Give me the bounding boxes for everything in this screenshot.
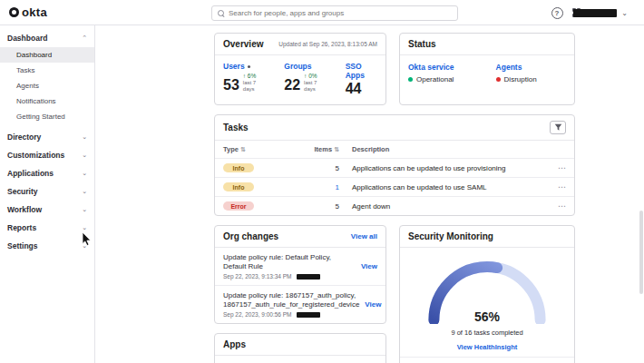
table-row: Error 5 Agent down ⋯ [215, 196, 574, 215]
sidebar-item-workflow[interactable]: Workflow ⌄ [0, 201, 94, 219]
task-description: Agent down [352, 202, 551, 211]
org-change-timestamp: Sep 22, 2023, 9:00:56 PM [223, 311, 292, 318]
sidebar-subitem-dashboard[interactable]: Dashboard [0, 47, 94, 63]
stat-sso-apps: SSO Apps 44 [346, 62, 377, 96]
main-content: Overview Updated at Sep 26, 2023, 8:13:0… [214, 25, 575, 363]
status-title: Status [408, 39, 436, 49]
gauge-subtext: 9 of 16 tasks completed [408, 329, 566, 337]
sidebar-item-security[interactable]: Security ⌄ [0, 182, 94, 201]
apps-card: Apps App authentication protocols Update… [214, 333, 386, 363]
sidebar-item-directory[interactable]: Directory ⌄ [0, 128, 94, 146]
status-badge: Error [223, 201, 254, 211]
sidebar-item-customizations[interactable]: Customizations ⌄ [0, 146, 94, 164]
chevron-down-icon: ⌄ [621, 9, 628, 17]
view-link[interactable]: View [365, 300, 381, 309]
stat-groups: Groups 22 ↑ 0% last 7 days [284, 62, 323, 96]
org-changes-card: Org changes View all Update policy rule:… [214, 225, 386, 324]
org-change-text: Update policy rule: Default Policy, Defa… [223, 253, 356, 271]
sidebar-subitem-tasks[interactable]: Tasks [0, 63, 94, 78]
tasks-card: Tasks Type⇅ Items⇅ Description Info 5 Ap… [214, 114, 575, 216]
stat-users-period: last 7 days [243, 80, 263, 93]
status-agents-state: Disruption [504, 75, 537, 83]
view-all-link[interactable]: View all [351, 232, 377, 240]
status-okta-service: Okta service Operational [408, 63, 454, 83]
row-menu-icon[interactable]: ⋯ [551, 182, 566, 191]
chevron-down-icon: ⌄ [82, 242, 87, 250]
tasks-title: Tasks [223, 123, 249, 132]
status-badge: Info [223, 182, 254, 191]
status-okta-service-link[interactable]: Okta service [408, 63, 454, 72]
chevron-down-icon: ⌄ [82, 133, 87, 141]
sidebar-item-reports[interactable]: Reports ⌄ [0, 219, 94, 237]
chevron-down-icon: ⌄ [82, 170, 87, 177]
stat-users-value: 53 [223, 78, 239, 93]
help-icon[interactable]: ? [551, 7, 563, 19]
col-type[interactable]: Type⇅ [223, 145, 310, 153]
overview-updated: Updated at Sep 26, 2023, 8:13:05 AM [278, 41, 377, 47]
status-okta-service-state: Operational [416, 75, 454, 83]
security-gauge: 56% [421, 255, 553, 328]
stat-sso-apps-value: 44 [346, 82, 362, 96]
info-icon [248, 65, 250, 68]
sidebar-subitem-agents[interactable]: Agents [0, 78, 94, 93]
healthinsight-link[interactable]: View HealthInsight [457, 343, 518, 351]
filter-icon [554, 123, 562, 132]
stat-groups-delta: ↑ 0% [304, 73, 324, 80]
overview-card: Overview Updated at Sep 26, 2023, 8:13:0… [214, 33, 386, 105]
top-bar: okta ? ⌄ [0, 0, 644, 25]
gauge-percent-label: 56% [421, 309, 553, 324]
filter-button[interactable] [550, 121, 566, 134]
sort-icon[interactable]: ⇅ [240, 146, 246, 152]
disruption-dot-icon [496, 77, 501, 82]
status-badge: Info [223, 163, 254, 172]
global-search[interactable] [211, 5, 458, 21]
overview-title: Overview [223, 39, 263, 49]
okta-logo-icon [9, 7, 19, 17]
stat-sso-apps-label[interactable]: SSO Apps [346, 62, 377, 80]
sidebar-subitem-notifications[interactable]: Notifications [0, 93, 94, 109]
col-items[interactable]: Items⇅ [310, 145, 352, 153]
operational-dot-icon [408, 77, 413, 82]
sidebar-item-applications[interactable]: Applications ⌄ [0, 164, 94, 182]
account-menu[interactable]: ⌄ [573, 0, 628, 25]
status-agents-link[interactable]: Agents [496, 63, 537, 72]
table-row: Info 1 Applications can be updated to us… [215, 177, 574, 196]
chevron-up-icon: ⌃ [82, 34, 87, 42]
stat-users-label[interactable]: Users [223, 62, 262, 71]
stat-groups-label[interactable]: Groups [284, 62, 323, 71]
stat-groups-period: last 7 days [304, 80, 324, 93]
sidebar-subitem-getting-started[interactable]: Getting Started [0, 109, 94, 124]
okta-logo[interactable]: okta [9, 5, 47, 19]
col-description: Description [352, 145, 551, 153]
task-description: Applications can be updated to use provi… [352, 164, 551, 172]
view-link[interactable]: View [361, 262, 377, 270]
row-menu-icon[interactable]: ⋯ [551, 201, 566, 211]
stat-users-delta: ↑ 6% [243, 73, 263, 80]
vertical-scrollbar[interactable] [639, 211, 643, 294]
sidebar-item-dashboard[interactable]: Dashboard ⌃ [0, 29, 94, 47]
sidebar-nav: Dashboard ⌃ Dashboard Tasks Agents Notif… [0, 25, 95, 363]
org-change-text: Update policy rule: 1867157_auth_policy,… [223, 291, 359, 309]
task-description: Applications can be updated to use SAML [352, 183, 551, 191]
list-item: Update policy rule: 1867157_auth_policy,… [215, 285, 385, 323]
status-agents: Agents Disruption [496, 63, 537, 83]
redacted-text [297, 312, 320, 318]
redacted-account-name [573, 9, 617, 17]
sort-icon[interactable]: ⇅ [334, 146, 339, 152]
chevron-down-icon: ⌄ [82, 152, 87, 159]
task-items-count: 5 [310, 164, 352, 172]
row-menu-icon[interactable]: ⋯ [551, 163, 566, 172]
stat-users: Users 53 ↑ 6% last 7 days [223, 62, 262, 96]
list-item: Update policy rule: Default Policy, Defa… [215, 248, 385, 285]
status-card: Status Okta service Operational Agents D… [399, 33, 575, 105]
search-input[interactable] [229, 9, 452, 17]
table-row: Info 5 Applications can be updated to us… [215, 158, 574, 177]
sidebar-item-settings[interactable]: Settings ⌄ [0, 237, 94, 255]
org-changes-title: Org changes [223, 231, 278, 241]
security-monitoring-title: Security Monitoring [408, 231, 493, 241]
task-items-count[interactable]: 1 [310, 183, 352, 191]
security-monitoring-card: Security Monitoring [399, 225, 575, 363]
okta-logo-text: okta [22, 5, 47, 19]
search-icon [218, 10, 225, 17]
apps-title: Apps [223, 339, 246, 349]
